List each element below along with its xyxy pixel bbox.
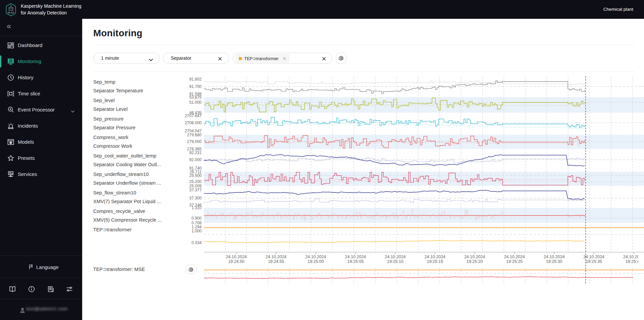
svg-text:MLAD: MLAD — [8, 11, 14, 14]
